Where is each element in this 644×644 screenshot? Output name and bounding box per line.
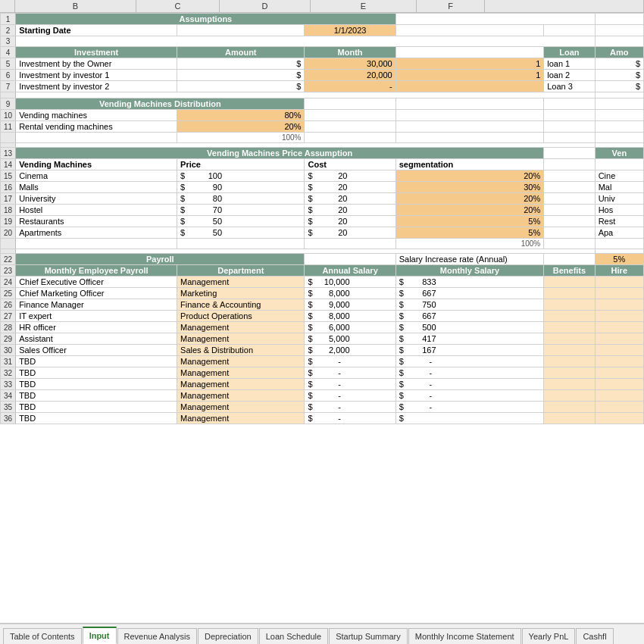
cmo-dept: Marketing	[177, 288, 305, 299]
ceo-annual: $ 10,000	[305, 277, 395, 288]
inv-investor1-cur: $	[177, 70, 305, 81]
hostel-right: Hos	[595, 205, 643, 216]
malls-name: Malls	[16, 182, 177, 193]
cinema-seg[interactable]: 20%	[395, 170, 544, 182]
apt-cost: $ 20	[305, 227, 395, 239]
table-row: 11 Rental vending machines 20%	[1, 121, 644, 133]
table-row: 24 Chief Executive Officer Management $ …	[1, 277, 644, 288]
so-monthly: $ 167	[395, 345, 544, 356]
ceo-dept: Management	[177, 277, 305, 288]
vend-right-title: Ven	[595, 148, 643, 159]
it-annual: $ 8,000	[305, 311, 395, 322]
so-dept: Sales & Distribution	[177, 345, 305, 356]
malls-seg[interactable]: 30%	[395, 182, 544, 193]
it-hire	[595, 311, 643, 322]
vend-dist-title: Vending Machines Distribution	[16, 98, 305, 110]
rest-cost: $ 20	[305, 216, 395, 227]
main-area: 1 Assumptions 2 Starting Date 1/1/2023	[0, 13, 644, 623]
hr-annual: $ 6,000	[305, 322, 395, 333]
cmo-annual: $ 8,000	[305, 288, 395, 299]
salary-increase-value[interactable]: 5%	[595, 254, 643, 265]
inv-owner-month[interactable]: 1	[395, 58, 544, 70]
starting-date-value[interactable]: 1/1/2023	[305, 25, 395, 36]
table-row: 35 TBD Management $ - $ -	[1, 402, 644, 413]
tab-depreciation[interactable]: Depreciation	[198, 628, 258, 644]
so-benefits	[544, 345, 595, 356]
cmo-hire	[595, 288, 643, 299]
tbd4-name: TBD	[16, 390, 177, 402]
table-row: 15 Cinema $ 100 $ 20 20% Cine	[1, 170, 644, 182]
hostel-seg[interactable]: 20%	[395, 205, 544, 216]
apt-right: Apa	[595, 227, 643, 239]
tbd4-monthly: $ -	[395, 390, 544, 402]
rest-price: $ 50	[177, 216, 305, 227]
hr-benefits	[544, 322, 595, 333]
table-row: 13 Vending Machines Price Assumption Ven	[1, 148, 644, 159]
inv-investor2-amount[interactable]: -	[305, 81, 395, 92]
inv-investor2-cur: $	[177, 81, 305, 92]
table-row: 18 Hostel $ 70 $ 20 20% Hos	[1, 205, 644, 216]
inv-investor1-amount[interactable]: 20,000	[305, 70, 395, 81]
cmo-monthly: $ 667	[395, 288, 544, 299]
row-num-10: 10	[1, 110, 16, 121]
tbd6-dept: Management	[177, 413, 305, 424]
apt-price: $ 50	[177, 227, 305, 239]
table-row: 28 HR officer Management $ 6,000 $ 500	[1, 322, 644, 333]
tbd1-annual: $ -	[305, 356, 395, 367]
univ-price: $ 80	[177, 193, 305, 205]
vend-col-seg: segmentation	[395, 159, 544, 170]
asst-name: Assistant	[16, 333, 177, 345]
table-row: 25 Chief Marketing Officer Marketing $ 8…	[1, 288, 644, 299]
table-row: 31 TBD Management $ - $ -	[1, 356, 644, 367]
tbd5-annual: $ -	[305, 402, 395, 413]
tab-monthly-income-statement[interactable]: Monthly Income Statement	[408, 628, 521, 644]
tab-table-of-contents[interactable]: Table of Contents	[3, 628, 82, 644]
vend-machines-label: Vending machines	[16, 110, 177, 121]
vend-machines-value[interactable]: 80%	[177, 110, 305, 121]
rest-right: Rest	[595, 216, 643, 227]
univ-cost: $ 20	[305, 193, 395, 205]
tab-startup-summary[interactable]: Startup Summary	[329, 628, 408, 644]
tbd1-name: TBD	[16, 356, 177, 367]
inv-investor1-month[interactable]: 1	[395, 70, 544, 81]
tbd3-monthly: $ -	[395, 379, 544, 390]
col-f: F	[417, 0, 485, 12]
table-row: 14 Vending Machines Price Cost segmentat…	[1, 159, 644, 170]
corner-cell	[0, 0, 15, 12]
tab-revenue-analysis[interactable]: Revenue Analysis	[117, 628, 197, 644]
tab-input[interactable]: Input	[83, 627, 117, 644]
tbd1-monthly: $ -	[395, 356, 544, 367]
payroll-col-dept: Department	[177, 265, 305, 277]
table-row: 19 Restaurants $ 50 $ 20 5% Rest	[1, 216, 644, 227]
table-row: 29 Assistant Management $ 5,000 $ 417	[1, 333, 644, 345]
apt-seg[interactable]: 5%	[395, 227, 544, 239]
rental-vend-value[interactable]: 20%	[177, 121, 305, 133]
univ-seg[interactable]: 20%	[395, 193, 544, 205]
starting-date-label: Starting Date	[16, 25, 177, 36]
tbd4-annual: $ -	[305, 390, 395, 402]
table-row: 27 IT expert Product Operations $ 8,000 …	[1, 311, 644, 322]
grid-table: 1 Assumptions 2 Starting Date 1/1/2023	[0, 13, 644, 424]
cmo-name: Chief Marketing Officer	[16, 288, 177, 299]
inv-owner-amount[interactable]: 30,000	[305, 58, 395, 70]
hr-hire	[595, 322, 643, 333]
payroll-col-hire: Hire	[595, 265, 643, 277]
rest-seg[interactable]: 5%	[395, 216, 544, 227]
vend-col-price: Price	[177, 159, 305, 170]
tab-cashfl[interactable]: Cashfl	[576, 628, 613, 644]
so-hire	[595, 345, 643, 356]
tbd2-monthly: $ -	[395, 367, 544, 379]
loan-header-loan: Loan	[544, 47, 595, 58]
col-e: E	[311, 0, 417, 12]
tab-loan-schedule[interactable]: Loan Schedule	[259, 628, 328, 644]
inv-investor2-month[interactable]	[395, 81, 544, 92]
table-row: 2 Starting Date 1/1/2023	[1, 25, 644, 36]
payroll-col-benefits: Benefits	[544, 265, 595, 277]
row-num-14: 14	[1, 159, 16, 170]
tab-yearly-pnl[interactable]: Yearly PnL	[522, 628, 576, 644]
table-row: 5 Investment by the Owner $ 30,000 1 loa…	[1, 58, 644, 70]
ceo-monthly: $ 833	[395, 277, 544, 288]
tbd2-name: TBD	[16, 367, 177, 379]
malls-right: Mal	[595, 182, 643, 193]
col-headers: B C D E F	[0, 0, 644, 13]
